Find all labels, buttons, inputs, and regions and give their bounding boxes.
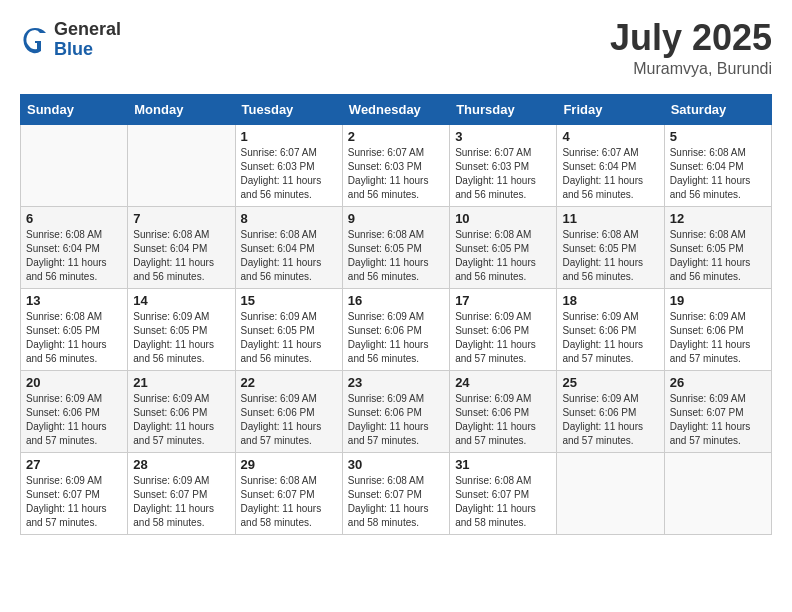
day-info: Sunrise: 6:09 AM Sunset: 6:07 PM Dayligh…	[670, 392, 766, 448]
logo-general: General	[54, 20, 121, 40]
day-info: Sunrise: 6:09 AM Sunset: 6:05 PM Dayligh…	[241, 310, 337, 366]
day-info: Sunrise: 6:08 AM Sunset: 6:05 PM Dayligh…	[455, 228, 551, 284]
day-info: Sunrise: 6:09 AM Sunset: 6:06 PM Dayligh…	[455, 310, 551, 366]
day-info: Sunrise: 6:08 AM Sunset: 6:07 PM Dayligh…	[241, 474, 337, 530]
day-number: 11	[562, 211, 658, 226]
day-info: Sunrise: 6:08 AM Sunset: 6:04 PM Dayligh…	[26, 228, 122, 284]
calendar-cell: 26Sunrise: 6:09 AM Sunset: 6:07 PM Dayli…	[664, 371, 771, 453]
day-info: Sunrise: 6:07 AM Sunset: 6:03 PM Dayligh…	[241, 146, 337, 202]
day-info: Sunrise: 6:08 AM Sunset: 6:04 PM Dayligh…	[670, 146, 766, 202]
calendar-cell: 27Sunrise: 6:09 AM Sunset: 6:07 PM Dayli…	[21, 453, 128, 535]
day-number: 7	[133, 211, 229, 226]
calendar-cell	[21, 125, 128, 207]
day-number: 14	[133, 293, 229, 308]
location: Muramvya, Burundi	[610, 60, 772, 78]
day-number: 22	[241, 375, 337, 390]
calendar-cell: 11Sunrise: 6:08 AM Sunset: 6:05 PM Dayli…	[557, 207, 664, 289]
calendar-cell: 18Sunrise: 6:09 AM Sunset: 6:06 PM Dayli…	[557, 289, 664, 371]
calendar-cell: 9Sunrise: 6:08 AM Sunset: 6:05 PM Daylig…	[342, 207, 449, 289]
day-number: 27	[26, 457, 122, 472]
calendar-cell: 13Sunrise: 6:08 AM Sunset: 6:05 PM Dayli…	[21, 289, 128, 371]
day-info: Sunrise: 6:09 AM Sunset: 6:06 PM Dayligh…	[26, 392, 122, 448]
calendar-cell: 8Sunrise: 6:08 AM Sunset: 6:04 PM Daylig…	[235, 207, 342, 289]
calendar-cell: 4Sunrise: 6:07 AM Sunset: 6:04 PM Daylig…	[557, 125, 664, 207]
day-info: Sunrise: 6:09 AM Sunset: 6:07 PM Dayligh…	[26, 474, 122, 530]
calendar-week-row: 20Sunrise: 6:09 AM Sunset: 6:06 PM Dayli…	[21, 371, 772, 453]
day-number: 4	[562, 129, 658, 144]
day-number: 15	[241, 293, 337, 308]
calendar-cell: 25Sunrise: 6:09 AM Sunset: 6:06 PM Dayli…	[557, 371, 664, 453]
calendar-cell: 23Sunrise: 6:09 AM Sunset: 6:06 PM Dayli…	[342, 371, 449, 453]
day-number: 17	[455, 293, 551, 308]
day-number: 30	[348, 457, 444, 472]
calendar-cell: 20Sunrise: 6:09 AM Sunset: 6:06 PM Dayli…	[21, 371, 128, 453]
day-info: Sunrise: 6:08 AM Sunset: 6:05 PM Dayligh…	[26, 310, 122, 366]
calendar-cell: 1Sunrise: 6:07 AM Sunset: 6:03 PM Daylig…	[235, 125, 342, 207]
day-info: Sunrise: 6:07 AM Sunset: 6:04 PM Dayligh…	[562, 146, 658, 202]
day-info: Sunrise: 6:08 AM Sunset: 6:04 PM Dayligh…	[241, 228, 337, 284]
day-info: Sunrise: 6:08 AM Sunset: 6:05 PM Dayligh…	[562, 228, 658, 284]
logo-icon	[20, 25, 50, 55]
calendar-cell: 6Sunrise: 6:08 AM Sunset: 6:04 PM Daylig…	[21, 207, 128, 289]
day-of-week-header: Saturday	[664, 95, 771, 125]
day-number: 28	[133, 457, 229, 472]
day-info: Sunrise: 6:08 AM Sunset: 6:04 PM Dayligh…	[133, 228, 229, 284]
day-number: 9	[348, 211, 444, 226]
calendar: SundayMondayTuesdayWednesdayThursdayFrid…	[20, 94, 772, 535]
day-number: 18	[562, 293, 658, 308]
day-of-week-header: Wednesday	[342, 95, 449, 125]
day-info: Sunrise: 6:09 AM Sunset: 6:06 PM Dayligh…	[455, 392, 551, 448]
day-info: Sunrise: 6:09 AM Sunset: 6:06 PM Dayligh…	[348, 392, 444, 448]
calendar-cell: 28Sunrise: 6:09 AM Sunset: 6:07 PM Dayli…	[128, 453, 235, 535]
day-number: 12	[670, 211, 766, 226]
calendar-week-row: 1Sunrise: 6:07 AM Sunset: 6:03 PM Daylig…	[21, 125, 772, 207]
calendar-cell: 2Sunrise: 6:07 AM Sunset: 6:03 PM Daylig…	[342, 125, 449, 207]
logo: General Blue	[20, 20, 121, 60]
calendar-cell: 24Sunrise: 6:09 AM Sunset: 6:06 PM Dayli…	[450, 371, 557, 453]
calendar-cell: 10Sunrise: 6:08 AM Sunset: 6:05 PM Dayli…	[450, 207, 557, 289]
logo-blue: Blue	[54, 40, 121, 60]
day-info: Sunrise: 6:08 AM Sunset: 6:07 PM Dayligh…	[455, 474, 551, 530]
calendar-cell: 15Sunrise: 6:09 AM Sunset: 6:05 PM Dayli…	[235, 289, 342, 371]
day-info: Sunrise: 6:09 AM Sunset: 6:06 PM Dayligh…	[348, 310, 444, 366]
calendar-cell: 31Sunrise: 6:08 AM Sunset: 6:07 PM Dayli…	[450, 453, 557, 535]
day-number: 29	[241, 457, 337, 472]
day-of-week-header: Monday	[128, 95, 235, 125]
day-info: Sunrise: 6:09 AM Sunset: 6:06 PM Dayligh…	[133, 392, 229, 448]
day-number: 5	[670, 129, 766, 144]
calendar-cell: 3Sunrise: 6:07 AM Sunset: 6:03 PM Daylig…	[450, 125, 557, 207]
day-number: 31	[455, 457, 551, 472]
day-number: 10	[455, 211, 551, 226]
day-of-week-header: Tuesday	[235, 95, 342, 125]
calendar-header-row: SundayMondayTuesdayWednesdayThursdayFrid…	[21, 95, 772, 125]
day-of-week-header: Thursday	[450, 95, 557, 125]
day-of-week-header: Friday	[557, 95, 664, 125]
logo-text: General Blue	[54, 20, 121, 60]
day-info: Sunrise: 6:09 AM Sunset: 6:06 PM Dayligh…	[562, 310, 658, 366]
day-number: 21	[133, 375, 229, 390]
calendar-cell	[557, 453, 664, 535]
day-number: 19	[670, 293, 766, 308]
day-number: 16	[348, 293, 444, 308]
calendar-cell: 12Sunrise: 6:08 AM Sunset: 6:05 PM Dayli…	[664, 207, 771, 289]
day-info: Sunrise: 6:07 AM Sunset: 6:03 PM Dayligh…	[455, 146, 551, 202]
day-number: 13	[26, 293, 122, 308]
day-number: 6	[26, 211, 122, 226]
calendar-cell: 30Sunrise: 6:08 AM Sunset: 6:07 PM Dayli…	[342, 453, 449, 535]
calendar-cell: 22Sunrise: 6:09 AM Sunset: 6:06 PM Dayli…	[235, 371, 342, 453]
calendar-week-row: 13Sunrise: 6:08 AM Sunset: 6:05 PM Dayli…	[21, 289, 772, 371]
day-number: 26	[670, 375, 766, 390]
day-number: 24	[455, 375, 551, 390]
day-info: Sunrise: 6:09 AM Sunset: 6:07 PM Dayligh…	[133, 474, 229, 530]
day-number: 1	[241, 129, 337, 144]
day-info: Sunrise: 6:09 AM Sunset: 6:06 PM Dayligh…	[670, 310, 766, 366]
calendar-cell: 29Sunrise: 6:08 AM Sunset: 6:07 PM Dayli…	[235, 453, 342, 535]
day-number: 25	[562, 375, 658, 390]
day-info: Sunrise: 6:07 AM Sunset: 6:03 PM Dayligh…	[348, 146, 444, 202]
calendar-cell: 7Sunrise: 6:08 AM Sunset: 6:04 PM Daylig…	[128, 207, 235, 289]
day-number: 23	[348, 375, 444, 390]
day-info: Sunrise: 6:08 AM Sunset: 6:05 PM Dayligh…	[670, 228, 766, 284]
calendar-cell: 21Sunrise: 6:09 AM Sunset: 6:06 PM Dayli…	[128, 371, 235, 453]
day-info: Sunrise: 6:09 AM Sunset: 6:06 PM Dayligh…	[241, 392, 337, 448]
title-section: July 2025 Muramvya, Burundi	[610, 20, 772, 78]
